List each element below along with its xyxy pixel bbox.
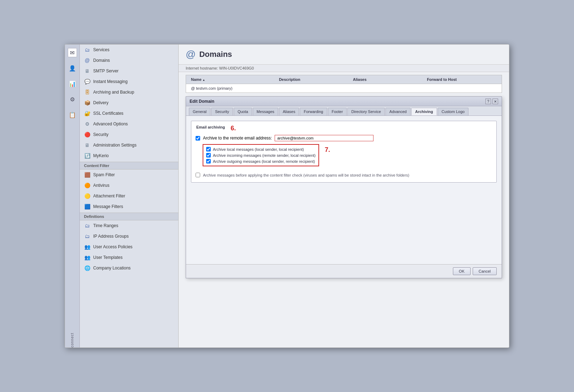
archive-remote-checkbox[interactable] — [196, 136, 200, 141]
tab-forwarding[interactable]: Forwarding — [300, 108, 327, 115]
sidebar-item-label: SSL Certificates — [93, 111, 124, 116]
sidebar-item-attachment-filter[interactable]: 🟡 Attachment Filter — [80, 191, 178, 201]
sidebar-item-time-ranges[interactable]: 🗂 Time Ranges — [80, 220, 178, 231]
archive-outgoing-checkbox[interactable] — [206, 159, 211, 164]
spam-icon: 🟫 — [84, 172, 90, 178]
sidebar-item-instant-messaging[interactable]: 💬 Instant Messaging — [80, 76, 178, 87]
sidebar-item-delivery[interactable]: 📦 Delivery — [80, 97, 178, 108]
sidebar-item-label: Antivirus — [93, 183, 109, 188]
sidebar-item-label: SMTP Server — [93, 69, 119, 73]
sidebar-item-label: Company Locations — [93, 266, 131, 271]
sidebar-item-security[interactable]: 🔴 Security — [80, 129, 178, 140]
advanced-options-icon: ⚙ — [84, 121, 90, 127]
notes-sidebar-icon[interactable]: 📋 — [68, 110, 77, 119]
main-window: ✉ 👤 📊 ⚙ 📋 connect 🗂 Services @ Domains 🖥… — [65, 44, 509, 348]
tab-aliases[interactable]: Aliases — [279, 108, 299, 115]
archive-incoming-item: Archive incoming messages (remote sender… — [206, 153, 316, 158]
delivery-icon: 📦 — [84, 100, 90, 106]
sidebar-item-services[interactable]: 🗂 Services — [80, 44, 178, 55]
archive-local-label: Archive local messages (local sender, lo… — [213, 147, 304, 152]
row-name: @ testvm.com (primary) — [189, 85, 277, 91]
domains-icon: @ — [84, 57, 90, 64]
archive-email-input[interactable] — [275, 135, 373, 141]
domains-table: Name Description Aliases Forward to Host… — [186, 75, 502, 93]
tab-archiving[interactable]: Archiving — [411, 108, 437, 115]
col-forward-to-host[interactable]: Forward to Host — [425, 77, 499, 82]
sidebar-item-advanced-options[interactable]: ⚙ Advanced Options — [80, 119, 178, 129]
ok-button[interactable]: OK — [453, 267, 471, 275]
content-area: @ Domains Internet hostname: WIN-U0IDVC4… — [179, 44, 509, 348]
sidebar-item-user-access-policies[interactable]: 👥 User Access Policies — [80, 242, 178, 252]
tab-messages[interactable]: Messages — [253, 108, 278, 115]
attachment-icon: 🟡 — [84, 193, 90, 199]
archive-local-checkbox[interactable] — [206, 147, 211, 152]
settings-sidebar-icon[interactable]: ⚙ — [68, 95, 77, 104]
hostname-bar: Internet hostname: WIN-U0IDVC469G0 — [179, 65, 509, 72]
sidebar-item-user-templates[interactable]: 👥 User Templates — [80, 252, 178, 263]
tab-general[interactable]: General — [189, 108, 210, 115]
tab-advanced[interactable]: Advanced — [385, 108, 411, 115]
content-filter-row: Archive messages before applying the con… — [196, 171, 492, 179]
row-description — [277, 85, 351, 91]
sidebar-item-label: Time Ranges — [93, 223, 118, 228]
sidebar-item-administration-settings[interactable]: 🖥 Administration Settings — [80, 140, 178, 150]
domains-page-icon: @ — [186, 49, 196, 60]
sidebar-item-company-locations[interactable]: 🌐 Company Locations — [80, 263, 178, 273]
sidebar-item-label: Security — [93, 132, 108, 137]
tab-footer[interactable]: Footer — [328, 108, 347, 115]
content-filter-checkbox[interactable] — [196, 173, 200, 177]
email-archiving-legend: Email archiving — [196, 125, 226, 129]
mail-sidebar-icon[interactable]: ✉ — [68, 48, 77, 57]
sidebar-item-label: Message Filters — [93, 204, 123, 209]
sidebar-item-ssl-certificates[interactable]: 🔐 SSL Certificates — [80, 108, 178, 119]
archive-options-group: Archive local messages (local sender, lo… — [203, 144, 319, 166]
security-icon: 🔴 — [84, 131, 90, 138]
users-sidebar-icon[interactable]: 👤 — [68, 64, 77, 73]
table-row[interactable]: @ testvm.com (primary) — [186, 84, 502, 93]
connect-label: connect — [70, 330, 74, 348]
sidebar-item-label: Delivery — [93, 100, 108, 105]
content-header: @ Domains — [179, 44, 509, 65]
col-name[interactable]: Name — [189, 77, 277, 82]
row-aliases — [351, 85, 425, 91]
sidebar-item-label: Attachment Filter — [93, 194, 125, 198]
sidebar-item-label: IP Address Groups — [93, 234, 129, 239]
tab-security[interactable]: Security — [211, 108, 233, 115]
tab-custom-logo[interactable]: Custom Logo — [438, 108, 468, 115]
archive-remote-row: Archive to the remote email address: — [196, 135, 492, 141]
dialog-title: Edit Domain — [190, 99, 214, 104]
definitions-section: Definitions — [80, 213, 178, 220]
dialog-help-button[interactable]: ? — [485, 99, 491, 104]
sidebar-item-spam-filter[interactable]: 🟫 Spam Filter — [80, 170, 178, 180]
sidebar-item-domains[interactable]: @ Domains — [80, 55, 178, 66]
sidebar-item-message-filters[interactable]: 🟦 Message Filters — [80, 201, 178, 212]
dialog-close-button[interactable]: ✕ — [492, 99, 498, 104]
tab-quota[interactable]: Quota — [234, 108, 252, 115]
sidebar-item-antivirus[interactable]: 🟠 Antivirus — [80, 180, 178, 191]
sidebar-item-label: User Templates — [93, 255, 122, 260]
tab-directory-service[interactable]: Directory Service — [347, 108, 385, 115]
sidebar-item-smtp-server[interactable]: 🖥 SMTP Server — [80, 66, 178, 76]
dialog-overlay: Edit Domain ? ✕ General Security Quota M… — [186, 96, 502, 278]
message-filters-icon: 🟦 — [84, 203, 90, 210]
sidebar-item-label: Spam Filter — [93, 172, 115, 177]
sidebar-item-ip-address-groups[interactable]: 🗂 IP Address Groups — [80, 231, 178, 242]
content-filter-label: Archive messages before applying the con… — [203, 173, 409, 177]
admin-icon: 🖥 — [84, 142, 90, 148]
stats-sidebar-icon[interactable]: 📊 — [68, 79, 77, 88]
time-ranges-icon: 🗂 — [84, 222, 90, 229]
col-aliases[interactable]: Aliases — [351, 77, 425, 82]
dialog-tabs: General Security Quota Messages Aliases … — [186, 106, 502, 116]
col-description[interactable]: Description — [277, 77, 351, 82]
hostname-value: WIN-U0IDVC469G0 — [219, 66, 254, 70]
sidebar-item-label: Advanced Options — [93, 121, 128, 126]
edit-domain-dialog: Edit Domain ? ✕ General Security Quota M… — [186, 96, 502, 278]
row-forward-to-host — [425, 85, 499, 91]
table-header: Name Description Aliases Forward to Host — [186, 75, 502, 84]
cancel-button[interactable]: Cancel — [473, 267, 497, 275]
sidebar-item-mykerio[interactable]: 🔃 MyKerio — [80, 150, 178, 161]
sidebar-item-archiving-backup[interactable]: 🗄 Archiving and Backup — [80, 87, 178, 97]
im-icon: 💬 — [84, 78, 90, 85]
ip-groups-icon: 🗂 — [84, 233, 90, 239]
archive-incoming-checkbox[interactable] — [206, 153, 211, 158]
